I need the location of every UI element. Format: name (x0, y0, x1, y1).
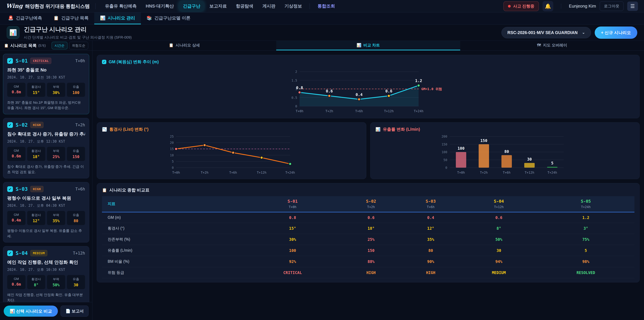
metric-value: 15° (244, 223, 341, 234)
panel-title-label: 시나리오 종합 비교표 (109, 187, 150, 193)
incident-select[interactable]: RSC-2026-001·M/V SEA GUARDIAN ⌄ (502, 27, 591, 38)
scenario-stats: GM0.6m횡경사18°부력25%유출150 (7, 147, 85, 161)
notifications-button[interactable]: 🔔 (542, 1, 553, 12)
svg-text:5: 5 (172, 160, 174, 163)
content-area: 📋 시나리오 목록 (5개) 시간순위험도순 ✓S-01CRITICALT+0h… (0, 41, 644, 320)
stat-value: 0.6m (8, 154, 24, 158)
stat-label: 횡경사 (28, 85, 44, 89)
detail-tab-2[interactable]: 📊비교 차트 (276, 41, 460, 50)
nav-item-3[interactable]: 긴급구난 (179, 1, 204, 11)
scenario-card-S-02[interactable]: ✓S-02HIGHT+2h침수 확대로 경사 증가, 유출량 증가 추세2024… (3, 118, 89, 178)
nav-item-8[interactable]: 통합조회 (314, 1, 338, 11)
scenario-card-list: ✓S-01CRITICALT+0h좌현 35° 충돌로 No2024. 10. … (0, 51, 92, 302)
subtab-4[interactable]: 📚긴급구난모델 이론 (141, 13, 196, 24)
metric-value: 25% (341, 234, 401, 245)
stat-label: GM (8, 149, 24, 153)
scenario-title: 좌현 35° 충돌로 No (7, 67, 85, 73)
checkbox-checked[interactable]: ✓ (7, 250, 13, 256)
sort-button-1[interactable]: 시간순 (52, 42, 68, 49)
nav-item-5[interactable]: 항공탐색 (232, 1, 257, 11)
svg-text:0: 0 (295, 104, 297, 108)
checkbox-checked[interactable]: ✓ (102, 60, 106, 64)
subtab-3[interactable]: 📊시나리오 관리 (94, 13, 141, 24)
subtab-label: 긴급구난모델 이론 (154, 15, 190, 21)
subtab-1[interactable]: 🚨긴급구난예측 (2, 13, 48, 24)
metric-value: 0.6 (460, 212, 537, 223)
svg-text:25: 25 (170, 135, 174, 138)
sort-buttons: 시간순위험도순 (52, 42, 88, 49)
nav-item-7[interactable]: 기상정보 (281, 1, 306, 11)
scenario-datetime: 2024. 10. 27. 오후 12:30 KST (7, 139, 85, 144)
comparison-table: 지표S-01T+0hS-02T+2hS-03T+6hS-04T+12hS-05T… (102, 196, 634, 278)
stat-value: 25% (48, 155, 64, 159)
detail-tab-3[interactable]: 🗺지도 오버레이 (460, 41, 644, 50)
svg-text:T+0h: T+0h (457, 171, 465, 174)
list-angle-panel: 📉횡경사 (List) 변화 (°)0510152025T+0hT+2hT+6h… (97, 122, 366, 179)
scenario-datetime: 2024. 10. 27. 오후 04:30 KST (7, 203, 85, 208)
svg-text:50: 50 (444, 158, 447, 162)
time-offset: T+2h (75, 123, 85, 127)
scenario-card-S-03[interactable]: ✓S-03HIGHT+6h평형수 이동으로 경사 일부 복원2024. 10. … (3, 182, 89, 242)
page-titles: 긴급구난 시나리오 관리 시간 단계별 시나리오 비교·검토 및 구난 의사결정… (24, 25, 132, 40)
stat-value: 0.8m (8, 90, 24, 94)
sort-button-2[interactable]: 위험도순 (69, 42, 88, 49)
checkbox-checked[interactable]: ✓ (7, 122, 13, 128)
subtab-2[interactable]: 📋긴급구난 목록 (48, 13, 94, 24)
nav-item-4[interactable]: 보고자료 (206, 1, 230, 11)
subtab-label: 긴급구난 목록 (61, 15, 88, 21)
svg-text:10: 10 (170, 153, 174, 157)
panel-title-icon: 📊 (376, 127, 380, 132)
nav-item-2[interactable]: HNS·대기확산 (142, 1, 178, 11)
svg-text:T+2h: T+2h (325, 109, 333, 113)
stat-tile: GM0.4m (7, 211, 26, 225)
subtab-icon: 📊 (100, 16, 105, 21)
stat-tile: 부력50% (47, 275, 65, 289)
metric-value: HIGH (341, 267, 401, 278)
stat-tile: 횡경사18° (27, 147, 46, 161)
svg-text:0.6: 0.6 (326, 89, 333, 93)
logo-mark: Wing (6, 3, 23, 9)
checkbox-checked[interactable]: ✓ (7, 58, 13, 64)
page-header: 📊 긴급구난 시나리오 관리 시간 단계별 시나리오 비교·검토 및 구난 의사… (0, 25, 644, 41)
svg-text:T+6h: T+6h (229, 171, 237, 174)
subtab-label: 시나리오 관리 (108, 15, 135, 21)
table-row: 유출률 (L/min)10015080305 (102, 245, 634, 256)
chevron-down-icon: ⌄ (582, 30, 585, 35)
table-row: 위험 등급CRITICALHIGHHIGHMEDIUMRESOLVED (102, 267, 634, 278)
new-scenario-button[interactable]: + 신규 시나리오 (595, 27, 638, 39)
nav-item-1[interactable]: 유출유 확산예측 (101, 1, 140, 11)
stat-value: 50% (48, 283, 64, 287)
stat-value: 100 (68, 91, 84, 95)
scenario-card-S-01[interactable]: ✓S-01CRITICALT+0h좌현 35° 충돌로 No2024. 10. … (3, 54, 89, 114)
stat-label: 부력 (48, 277, 64, 281)
scenario-column-id: S-01 (246, 199, 340, 204)
scenario-list-title: 시나리오 목록 (10, 43, 36, 48)
scenario-column-id: S-04 (462, 199, 536, 204)
compare-scenarios-button[interactable]: 📊 선택 시나리오 비교 (4, 305, 58, 317)
module-tab-bar: 🚨긴급구난예측📋긴급구난 목록📊시나리오 관리📚긴급구난모델 이론 (0, 13, 644, 25)
stat-tile: GM0.6m (7, 147, 26, 161)
logout-button[interactable]: 로그아웃 (600, 1, 624, 11)
subtab-icon: 📋 (53, 16, 59, 21)
panel-title-label: 횡경사 (List) 변화 (°) (109, 127, 148, 132)
stat-tile: GM0.8m (7, 83, 26, 97)
metric-value: 150 (341, 245, 401, 256)
hamburger-menu-button[interactable]: ☰ (627, 2, 638, 11)
report-button[interactable]: 📄 보고서 (60, 305, 88, 317)
chart: 0510152025T+0hT+2hT+6hT+12hT+24h (102, 132, 361, 176)
metric-value: 30 (460, 245, 537, 256)
scenario-card-S-04[interactable]: ✓S-04MEDIUMT+12h예인 작업 진행중, 선체 안정화 확인2024… (3, 246, 89, 302)
nav-item-6[interactable]: 게시판 (258, 1, 279, 11)
svg-text:0.8: 0.8 (296, 86, 303, 90)
scenario-column-time: T+0h (246, 205, 340, 209)
svg-text:1.2: 1.2 (415, 79, 422, 83)
checkbox-checked[interactable]: ✓ (7, 186, 13, 192)
metric-label: BM 비율 (%) (102, 256, 244, 267)
svg-text:100: 100 (458, 146, 464, 151)
svg-text:100: 100 (442, 150, 447, 154)
detail-tab-1[interactable]: 📋시나리오 상세 (92, 41, 276, 50)
detail-tab-label: 시나리오 상세 (176, 43, 200, 48)
divider (561, 4, 561, 9)
panel-title-icon: 📉 (102, 127, 107, 132)
metric-value: CRITICAL (244, 267, 341, 278)
